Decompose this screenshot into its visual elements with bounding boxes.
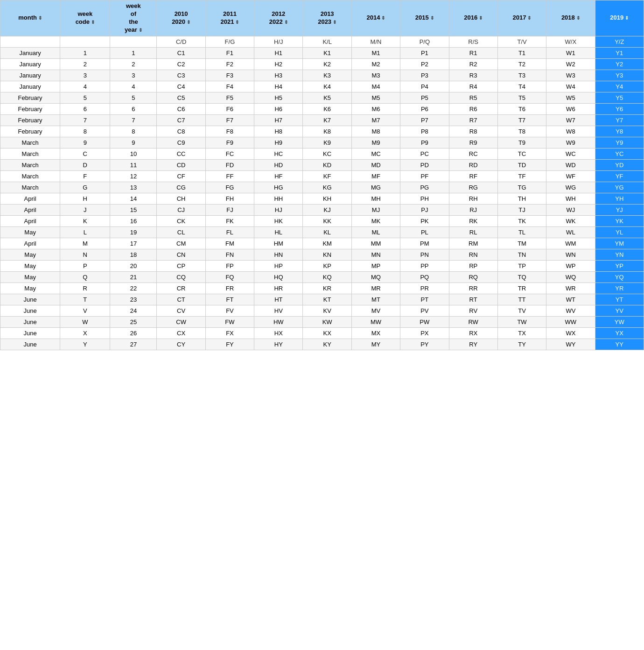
col-header-y2012[interactable]: 20122022⇕ xyxy=(254,0,303,36)
table-cell: W1 xyxy=(546,47,595,58)
table-cell: WV xyxy=(546,305,595,316)
sort-icon-y2014[interactable]: ⇕ xyxy=(381,15,385,21)
table-cell: 8 xyxy=(60,126,110,137)
table-cell: PW xyxy=(400,316,449,327)
table-cell: M xyxy=(60,238,110,249)
table-cell: KF xyxy=(303,170,351,182)
table-row: JuneT23CTFTHTKTMTPTRTTTWTYT xyxy=(0,294,644,305)
sort-icon-y2018[interactable]: ⇕ xyxy=(576,15,580,21)
table-row: January11C1F1H1K1M1P1R1T1W1Y1 xyxy=(0,47,644,58)
table-cell: RG xyxy=(449,182,497,193)
sort-icon-y2016[interactable]: ⇕ xyxy=(479,15,483,21)
table-cell: TP xyxy=(497,260,546,271)
sort-icon-y2011[interactable]: ⇕ xyxy=(235,19,239,25)
table-cell: Q xyxy=(60,271,110,283)
table-cell: 2 xyxy=(60,58,110,70)
table-cell: WQ xyxy=(546,271,595,283)
table-cell: P9 xyxy=(400,137,449,148)
table-cell: January xyxy=(0,47,60,58)
sort-icon-month[interactable]: ⇕ xyxy=(38,15,42,21)
table-cell: W6 xyxy=(546,103,595,114)
table-row: AprilM17CMFMHMKMMMPMRMTMWMYM xyxy=(0,238,644,249)
table-cell: CF xyxy=(157,170,205,182)
table-cell: R8 xyxy=(449,126,497,137)
table-cell: T7 xyxy=(497,114,546,126)
table-cell: M6 xyxy=(351,103,400,114)
table-row: February66C6F6H6K6M6P6R6T6W6Y6 xyxy=(0,103,644,114)
table-cell: MH xyxy=(351,193,400,204)
col-header-y2014[interactable]: 2014⇕ xyxy=(351,0,400,36)
table-cell: W7 xyxy=(546,114,595,126)
table-cell: 7 xyxy=(110,114,157,126)
table-cell: 9 xyxy=(110,137,157,148)
table-cell: R1 xyxy=(449,47,497,58)
table-cell: M2 xyxy=(351,58,400,70)
col-header-week_of_the_year[interactable]: weekoftheyear⇕ xyxy=(110,0,157,36)
table-cell: K9 xyxy=(303,137,351,148)
table-cell: 16 xyxy=(110,215,157,226)
col-header-y2011[interactable]: 20112021⇕ xyxy=(205,0,254,36)
table-cell: FT xyxy=(205,294,254,305)
table-cell: PK xyxy=(400,215,449,226)
col-header-y2015[interactable]: 2015⇕ xyxy=(400,0,449,36)
col-header-week_code[interactable]: weekcode⇕ xyxy=(60,0,110,36)
table-cell: RV xyxy=(449,305,497,316)
sort-icon-y2010[interactable]: ⇕ xyxy=(187,19,190,25)
table-cell: R2 xyxy=(449,58,497,70)
table-cell: W9 xyxy=(546,137,595,148)
table-cell: RR xyxy=(449,283,497,294)
table-cell: 25 xyxy=(110,316,157,327)
table-cell: F7 xyxy=(205,114,254,126)
table-cell: HK xyxy=(254,215,303,226)
table-cell: January xyxy=(0,70,60,81)
table-cell: Y5 xyxy=(595,92,644,103)
sort-icon-week_of_the_year[interactable]: ⇕ xyxy=(139,27,142,33)
table-cell: 20 xyxy=(110,260,157,271)
table-cell: KL xyxy=(303,226,351,238)
table-cell: PT xyxy=(400,294,449,305)
subheader-cell: H/J xyxy=(254,36,303,47)
sort-icon-y2019[interactable]: ⇕ xyxy=(625,15,629,21)
table-cell: K xyxy=(60,215,110,226)
table-cell: R6 xyxy=(449,103,497,114)
table-cell: 4 xyxy=(60,81,110,92)
table-cell: R7 xyxy=(449,114,497,126)
table-row: MarchD11CDFDHDKDMDPDRDTDWDYD xyxy=(0,159,644,170)
table-cell: C8 xyxy=(157,126,205,137)
col-header-y2019[interactable]: 2019⇕ xyxy=(595,0,644,36)
table-cell: MD xyxy=(351,159,400,170)
table-cell: MJ xyxy=(351,204,400,215)
table-cell: K1 xyxy=(303,47,351,58)
table-cell: X xyxy=(60,327,110,339)
table-cell: C5 xyxy=(157,92,205,103)
table-cell: M9 xyxy=(351,137,400,148)
table-cell: M3 xyxy=(351,70,400,81)
table-cell: MF xyxy=(351,170,400,182)
table-cell: KJ xyxy=(303,204,351,215)
col-header-y2013[interactable]: 20132023⇕ xyxy=(303,0,351,36)
table-cell: YM xyxy=(595,238,644,249)
header-row: month⇕weekcode⇕weekoftheyear⇕20102020⇕20… xyxy=(0,0,644,36)
sort-icon-y2015[interactable]: ⇕ xyxy=(430,15,434,21)
sort-icon-week_code[interactable]: ⇕ xyxy=(91,19,95,25)
table-row: January44C4F4H4K4M4P4R4T4W4Y4 xyxy=(0,81,644,92)
col-header-y2018[interactable]: 2018⇕ xyxy=(546,0,595,36)
table-cell: 13 xyxy=(110,182,157,193)
sort-icon-y2013[interactable]: ⇕ xyxy=(333,19,336,25)
subheader-cell xyxy=(60,36,110,47)
table-cell: HX xyxy=(254,327,303,339)
table-cell: KT xyxy=(303,294,351,305)
sort-icon-y2012[interactable]: ⇕ xyxy=(284,19,288,25)
col-header-month[interactable]: month⇕ xyxy=(0,0,60,36)
table-cell: R3 xyxy=(449,70,497,81)
table-cell: May xyxy=(0,283,60,294)
table-row: January33C3F3H3K3M3P3R3T3W3Y3 xyxy=(0,70,644,81)
table-cell: FD xyxy=(205,159,254,170)
table-cell: KW xyxy=(303,316,351,327)
table-cell: FC xyxy=(205,148,254,159)
col-header-y2010[interactable]: 20102020⇕ xyxy=(157,0,205,36)
col-header-y2017[interactable]: 2017⇕ xyxy=(497,0,546,36)
sort-icon-y2017[interactable]: ⇕ xyxy=(527,15,531,21)
table-cell: 19 xyxy=(110,226,157,238)
col-header-y2016[interactable]: 2016⇕ xyxy=(449,0,497,36)
